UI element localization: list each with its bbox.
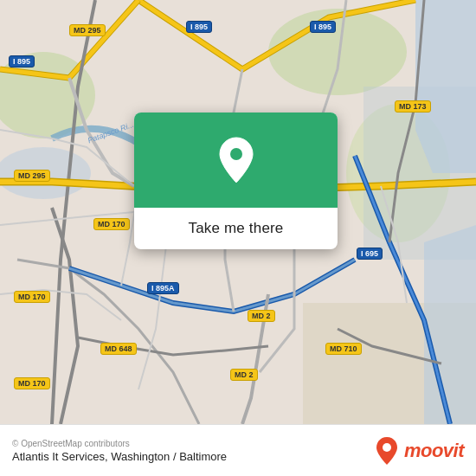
road-badge-i895-3: I 895	[9, 55, 35, 68]
moovit-logo: moovit	[375, 436, 464, 466]
bottom-left-info: © OpenStreetMap contributors Atlantis It…	[12, 439, 227, 463]
bottom-bar: © OpenStreetMap contributors Atlantis It…	[0, 424, 476, 476]
road-badge-md173: MD 173	[395, 100, 431, 113]
road-badge-i695: I 695	[357, 248, 383, 260]
road-badge-i895-1: I 895	[186, 21, 212, 33]
take-me-there-button[interactable]: Take me there	[189, 220, 284, 237]
road-badge-md648: MD 648	[100, 343, 137, 355]
road-badge-md295-1: MD 295	[69, 24, 106, 36]
svg-point-1	[268, 9, 407, 95]
map-container: Patapsco Ri... MD 295 I 895 I 895 I 895 …	[0, 0, 476, 424]
svg-point-7	[230, 148, 242, 160]
svg-point-8	[383, 443, 391, 452]
moovit-pin-icon	[375, 436, 399, 466]
moovit-brand-text: moovit	[404, 440, 464, 462]
road-badge-md170-2: MD 170	[14, 291, 50, 303]
location-pin-icon	[215, 136, 257, 184]
popup-green-header	[134, 113, 338, 208]
road-badge-md295-2: MD 295	[14, 170, 50, 182]
road-badge-md2-1: MD 2	[248, 310, 275, 322]
road-badge-md710: MD 710	[325, 343, 362, 355]
road-badge-md2-2: MD 2	[230, 369, 258, 381]
road-badge-md170-3: MD 170	[14, 377, 50, 389]
location-name: Atlantis It Services, Washington / Balti…	[12, 450, 227, 463]
road-badge-md170-1: MD 170	[93, 218, 130, 230]
popup-card: Take me there	[134, 113, 338, 249]
road-badge-i895-2: I 895	[310, 21, 336, 33]
road-badge-i895a: I 895A	[147, 282, 179, 294]
copyright-text: © OpenStreetMap contributors	[12, 439, 227, 448]
popup-button-area[interactable]: Take me there	[134, 208, 338, 249]
